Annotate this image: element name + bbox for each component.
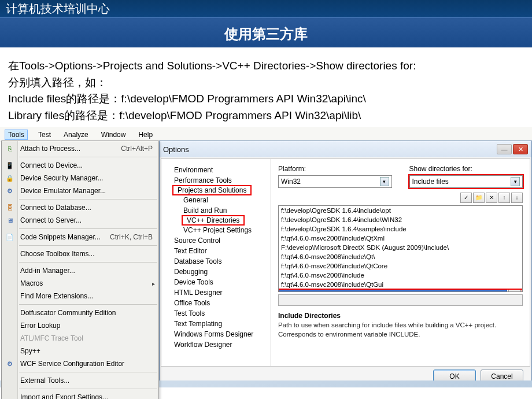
- tree-source-control[interactable]: Source Control: [161, 235, 271, 246]
- description-panel: Include Directories Path to use when sea…: [278, 312, 523, 339]
- instruction-line-1: 在Tools->Options->Projects and Solutions-…: [8, 58, 524, 75]
- menu-item-attach-to-process[interactable]: ⎘ Attach to Process... Ctrl+Alt+P: [2, 142, 158, 155]
- database-icon: 🗄: [5, 203, 14, 212]
- tree-projects-solutions[interactable]: Projects and Solutions: [173, 186, 251, 195]
- path-toolbar: ✓ 📁 ✕ ↑ ↓: [278, 193, 523, 203]
- selected-path-input[interactable]: f:\develop\FMOD Programmers API Win32\ap…: [279, 290, 507, 292]
- org-name: 计算机技术培训中心: [6, 2, 110, 15]
- menu-item-device-emulator[interactable]: ⚙ Device Emulator Manager...: [2, 184, 158, 197]
- menu-help[interactable]: Help: [136, 130, 155, 140]
- tree-workflow[interactable]: Workflow Designer: [161, 339, 271, 350]
- options-tree[interactable]: Environment Performance Tools Projects a…: [161, 159, 271, 366]
- path-entry[interactable]: f:\qt\4.6.0-msvc2008\include\Qt\: [279, 252, 522, 261]
- emulator-icon: ⚙: [5, 186, 14, 195]
- slide-instructions: 在Tools->Options->Projects and Solutions-…: [0, 47, 532, 127]
- description-body: Path to use when searching for include f…: [278, 321, 523, 339]
- path-entry[interactable]: f:\qt\4.6.0-msvc2008\include\QtCore: [279, 261, 522, 271]
- menu-test[interactable]: Test: [36, 130, 53, 140]
- tree-environment[interactable]: Environment: [161, 165, 271, 175]
- dialog-titlebar: Options — ✕: [160, 141, 531, 157]
- tree-database-tools[interactable]: Database Tools: [161, 256, 271, 267]
- path-entry[interactable]: F:\develop\Microsoft DirectX SDK (August…: [279, 243, 522, 252]
- tree-debugging[interactable]: Debugging: [161, 267, 271, 277]
- show-directories-combo[interactable]: Include files ▾: [409, 175, 523, 188]
- menu-item-atl-mfc-trace: ATL/MFC Trace Tool: [2, 332, 158, 345]
- menu-separator: [19, 228, 157, 229]
- path-entry[interactable]: f:\develop\OgreSDK 1.6.4\include\WIN32: [279, 215, 522, 224]
- chevron-down-icon: ▾: [380, 177, 389, 186]
- menu-item-choose-toolbox[interactable]: Choose Toolbox Items...: [2, 247, 158, 260]
- path-entry[interactable]: f:\qt\4.6.0-msvc2008\include\QtXml: [279, 234, 522, 243]
- tree-wfd[interactable]: Windows Forms Designer: [161, 329, 271, 339]
- menu-window[interactable]: Window: [99, 130, 128, 140]
- path-entry[interactable]: f:\develop\OgreSDK 1.6.4\samples\include: [279, 224, 522, 234]
- menu-separator: [19, 304, 157, 305]
- tree-text-templating[interactable]: Text Templating: [161, 319, 271, 329]
- platform-label: Platform:: [278, 165, 392, 173]
- menu-item-external-tools[interactable]: External Tools...: [2, 374, 158, 387]
- path-entry[interactable]: f:\develop\OgreSDK 1.6.4\include\opt: [279, 206, 522, 215]
- tree-test-tools[interactable]: Test Tools: [161, 308, 271, 319]
- minimize-button[interactable]: —: [497, 144, 512, 154]
- menu-separator: [19, 372, 157, 372]
- menu-item-import-export[interactable]: Import and Export Settings...: [2, 391, 158, 399]
- tree-html-designer[interactable]: HTML Designer: [161, 287, 271, 298]
- tree-vc-project-settings[interactable]: VC++ Project Settings: [161, 225, 271, 235]
- close-button[interactable]: ✕: [513, 144, 528, 154]
- menu-item-dotfuscator[interactable]: Dotfuscator Community Edition: [2, 306, 158, 319]
- tree-performance[interactable]: Performance Tools: [161, 175, 271, 186]
- tree-office-tools[interactable]: Office Tools: [161, 298, 271, 308]
- tools-dropdown-menu: ⎘ Attach to Process... Ctrl+Alt+P 📱 Conn…: [1, 141, 159, 399]
- visual-studio-screenshot: Tools Test Analyze Window Help ⎘ Attach …: [0, 127, 532, 387]
- new-line-button[interactable]: 📁: [473, 193, 485, 203]
- path-entry[interactable]: f:\qt\4.6.0-msvc2008\include\QtGui: [279, 280, 522, 289]
- menu-separator: [19, 389, 157, 389]
- menu-separator: [19, 245, 157, 246]
- instruction-line-2: 分别填入路径，如：: [8, 75, 524, 91]
- tree-build-run[interactable]: Build and Run: [161, 205, 271, 216]
- menu-item-macros[interactable]: Macros: [2, 277, 158, 290]
- directory-list[interactable]: f:\develop\OgreSDK 1.6.4\include\opt f:\…: [278, 205, 523, 292]
- menu-item-wcf-config[interactable]: ⚙ WCF Service Configuration Editor: [2, 357, 158, 370]
- confirm-button[interactable]: ✓: [460, 193, 472, 203]
- menu-tools[interactable]: Tools: [5, 130, 28, 140]
- platform-value: Win32: [281, 178, 301, 186]
- menu-item-connect-to-device[interactable]: 📱 Connect to Device...: [2, 159, 158, 172]
- show-directories-label: Show directories for:: [409, 165, 523, 173]
- tree-device-tools[interactable]: Device Tools: [161, 277, 271, 287]
- chevron-down-icon: ▾: [511, 177, 520, 186]
- server-icon: 🖥: [5, 216, 14, 225]
- delete-line-button[interactable]: ✕: [486, 193, 497, 203]
- move-up-button[interactable]: ↑: [498, 193, 510, 203]
- menu-item-device-security[interactable]: 🔒 Device Security Manager...: [2, 172, 158, 184]
- menu-item-spy[interactable]: Spy++: [2, 345, 158, 357]
- menu-item-find-extensions[interactable]: Find More Extensions...: [2, 290, 158, 302]
- tree-vc-directories[interactable]: VC++ Directories: [182, 216, 244, 225]
- attach-icon: ⎘: [5, 144, 14, 153]
- menu-item-connect-database[interactable]: 🗄 Connect to Database...: [2, 201, 158, 214]
- description-title: Include Directories: [278, 312, 523, 320]
- menu-item-connect-server[interactable]: 🖥 Connect to Server...: [2, 214, 158, 227]
- options-right-pane: Platform: Win32 ▾ Show directories for: …: [271, 159, 530, 366]
- menu-item-addin-manager[interactable]: Add-in Manager...: [2, 264, 158, 277]
- security-icon: 🔒: [5, 173, 14, 183]
- instruction-line-4: Library files的路径是：f:\develop\FMOD Progra…: [8, 108, 524, 124]
- options-dialog: Options — ✕ Environment Performance Tool…: [159, 141, 532, 387]
- menu-analyze[interactable]: Analyze: [61, 130, 91, 140]
- horizontal-scrollbar[interactable]: [278, 294, 523, 306]
- menu-separator: [19, 157, 157, 157]
- instruction-line-3: Include files的路径是：f:\develop\FMOD Progra…: [8, 91, 524, 108]
- dialog-title-text: Options: [163, 145, 189, 154]
- selected-path-row[interactable]: f:\develop\FMOD Programmers API Win32\ap…: [279, 289, 522, 292]
- snippets-icon: 📄: [5, 232, 14, 242]
- slide-org-header: 计算机技术培训中心: [0, 0, 532, 17]
- move-down-button[interactable]: ↓: [511, 193, 523, 203]
- path-entry[interactable]: f:\qt\4.6.0-msvc2008\include: [279, 271, 522, 280]
- tree-text-editor[interactable]: Text Editor: [161, 246, 271, 256]
- browse-button[interactable]: ...: [508, 289, 521, 292]
- menu-item-error-lookup[interactable]: Error Lookup: [2, 319, 158, 332]
- platform-combo[interactable]: Win32 ▾: [278, 175, 392, 188]
- menu-item-code-snippets[interactable]: 📄 Code Snippets Manager... Ctrl+K, Ctrl+…: [2, 231, 158, 243]
- tree-general[interactable]: General: [161, 195, 271, 205]
- slide-title: 使用第三方库: [0, 17, 532, 47]
